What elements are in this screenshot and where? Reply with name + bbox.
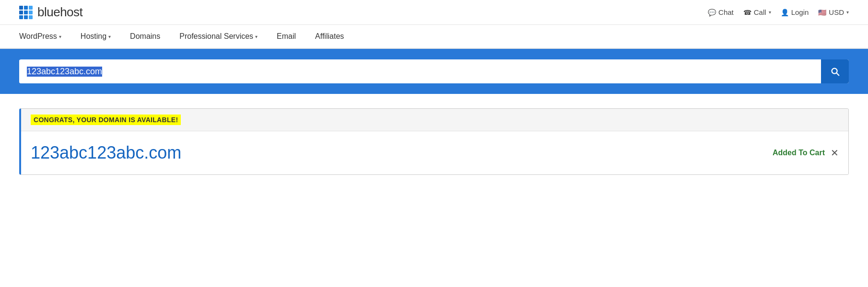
- nav-item-domains[interactable]: Domains: [130, 25, 160, 47]
- nav-wordpress-label: WordPress: [19, 32, 57, 41]
- call-icon: ☎: [743, 9, 751, 16]
- header-actions: 💬 Chat ☎ Call ▾ 👤 Login 🇺🇸 USD ▾: [708, 8, 849, 16]
- currency-dropdown-icon: ▾: [846, 10, 849, 15]
- login-label: Login: [791, 8, 809, 16]
- search-box: [19, 59, 849, 83]
- search-banner: [0, 49, 868, 94]
- search-button[interactable]: [821, 59, 849, 83]
- logo-text[interactable]: bluehost: [37, 5, 82, 20]
- login-button[interactable]: 👤 Login: [781, 8, 809, 16]
- added-to-cart-label: Added To Cart: [773, 149, 825, 157]
- chat-label: Chat: [718, 8, 734, 16]
- main-nav: WordPress ▾ Hosting ▾ Domains Profession…: [0, 25, 868, 49]
- congrats-message: CONGRATS, YOUR DOMAIN IS AVAILABLE!: [31, 115, 181, 125]
- nav-item-professional-services[interactable]: Professional Services ▾: [179, 25, 258, 47]
- cart-area: Added To Cart ✕: [773, 148, 839, 158]
- currency-label: USD: [829, 8, 844, 16]
- nav-item-email[interactable]: Email: [277, 25, 296, 47]
- wordpress-dropdown-icon: ▾: [59, 34, 61, 39]
- professional-services-dropdown-icon: ▾: [255, 34, 258, 39]
- hosting-dropdown-icon: ▾: [108, 34, 111, 39]
- result-header: CONGRATS, YOUR DOMAIN IS AVAILABLE!: [21, 109, 848, 131]
- call-button[interactable]: ☎ Call ▾: [743, 8, 771, 16]
- nav-item-hosting[interactable]: Hosting ▾: [81, 25, 111, 47]
- logo-grid-icon: [19, 6, 33, 19]
- nav-item-affiliates[interactable]: Affiliates: [315, 25, 344, 47]
- nav-domains-label: Domains: [130, 32, 160, 41]
- logo-area[interactable]: bluehost: [19, 5, 82, 20]
- nav-hosting-label: Hosting: [81, 32, 106, 41]
- domain-result: 123abc123abc.com: [31, 143, 181, 163]
- flag-icon: 🇺🇸: [818, 9, 826, 16]
- nav-affiliates-label: Affiliates: [315, 32, 344, 41]
- nav-item-wordpress[interactable]: WordPress ▾: [19, 25, 61, 47]
- result-area: CONGRATS, YOUR DOMAIN IS AVAILABLE! 123a…: [0, 94, 868, 189]
- result-body: 123abc123abc.com Added To Cart ✕: [21, 131, 848, 174]
- search-icon: [830, 66, 840, 77]
- nav-email-label: Email: [277, 32, 296, 41]
- call-label: Call: [754, 8, 766, 16]
- close-button[interactable]: ✕: [831, 148, 839, 158]
- currency-button[interactable]: 🇺🇸 USD ▾: [818, 8, 849, 16]
- call-dropdown-icon: ▾: [769, 10, 771, 15]
- user-icon: 👤: [781, 9, 789, 16]
- chat-button[interactable]: 💬 Chat: [708, 8, 734, 16]
- search-input[interactable]: [19, 60, 821, 83]
- chat-icon: 💬: [708, 9, 716, 16]
- header: bluehost 💬 Chat ☎ Call ▾ 👤 Login 🇺🇸 USD …: [0, 0, 868, 25]
- nav-professional-services-label: Professional Services: [179, 32, 253, 41]
- result-card: CONGRATS, YOUR DOMAIN IS AVAILABLE! 123a…: [19, 108, 849, 175]
